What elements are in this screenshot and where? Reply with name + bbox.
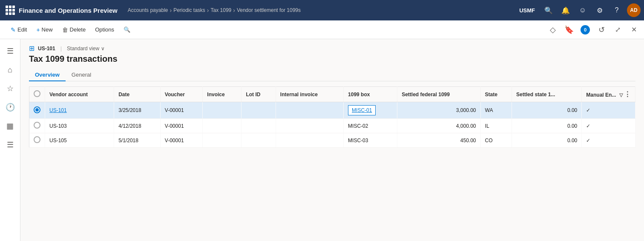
check-icon: ✓ — [586, 107, 590, 113]
new-label: New — [42, 26, 53, 33]
top-navigation-bar: Finance and Operations Preview Accounts … — [0, 0, 644, 20]
breadcrumb-periodic-tasks[interactable]: Periodic tasks — [173, 7, 205, 13]
row-select-radio[interactable] — [34, 106, 40, 113]
main-layout: ☰ ⌂ ☆ 🕐 ▦ ☰ ⊞ US-101 | Standard view ∨ T… — [0, 39, 644, 241]
bookmark-icon-btn[interactable]: 🔖 — [562, 23, 576, 37]
cell-voucher: V-00001 — [160, 133, 203, 148]
cell-vendor-account[interactable]: US-101 — [45, 102, 114, 119]
row-select-radio[interactable] — [34, 122, 40, 129]
cell-settled-federal: 450.00 — [397, 133, 480, 148]
smiley-icon-btn[interactable]: ☺ — [576, 3, 589, 17]
sidebar-list-icon[interactable]: ☰ — [2, 136, 19, 153]
cell-1099-box: MISC-02 — [344, 119, 397, 133]
notification-count: 0 — [581, 25, 590, 34]
top-right-controls: USMF 🔍 🔔 ☺ ⚙ ? AD — [519, 3, 641, 17]
cell-date: 4/12/2018 — [114, 119, 161, 133]
th-select-all[interactable] — [29, 87, 45, 102]
delete-icon: 🗑 — [62, 26, 68, 33]
edit-icon: ✎ — [11, 26, 16, 33]
close-icon-btn[interactable]: ✕ — [627, 23, 641, 37]
column-more-icon[interactable]: ⋮ — [624, 91, 631, 98]
edit-button[interactable]: ✎ Edit — [7, 24, 31, 35]
th-state: State — [480, 87, 512, 102]
select-all-radio[interactable] — [34, 90, 40, 97]
breadcrumb: Accounts payable › Periodic tasks › Tax … — [128, 7, 519, 14]
th-date: Date — [114, 87, 161, 102]
th-vendor-account: Vendor account — [45, 87, 114, 102]
cell-voucher: V-00001 — [160, 119, 203, 133]
breadcrumb-sep-2: › — [207, 7, 209, 14]
app-title: Finance and Operations Preview — [19, 7, 118, 14]
toolbar-right-controls: ◇ 🔖 0 ↺ ⤢ ✕ — [546, 23, 641, 37]
cell-invoice — [203, 102, 242, 119]
search-toolbar-btn[interactable]: 🔍 — [120, 24, 134, 35]
cell-lot-id — [242, 119, 276, 133]
table-row[interactable]: US-105 5/1/2018V-00001 MISC-03 450.00CO0… — [29, 133, 635, 148]
breadcrumb-sep-3: › — [233, 7, 235, 14]
content-header: ⊞ US-101 | Standard view ∨ — [29, 44, 635, 52]
tab-overview[interactable]: Overview — [29, 69, 66, 81]
cell-date: 3/25/2018 — [114, 102, 161, 119]
new-button[interactable]: + New — [32, 24, 56, 35]
options-button[interactable]: Options — [91, 24, 118, 35]
transactions-table: Vendor account Date Voucher Invoice Lot … — [29, 86, 635, 148]
cell-internal-invoice — [276, 119, 343, 133]
th-voucher: Voucher — [160, 87, 203, 102]
column-filter-icon[interactable]: ▽ — [619, 92, 623, 98]
sidebar-table-icon[interactable]: ▦ — [2, 118, 19, 135]
th-lot-id: Lot ID — [242, 87, 276, 102]
open-new-icon-btn[interactable]: ⤢ — [611, 23, 624, 37]
1099-box-value[interactable]: MISC-01 — [348, 105, 376, 115]
vendor-id-label: US-101 — [38, 46, 55, 52]
th-invoice: Invoice — [203, 87, 242, 102]
th-settled-federal: Settled federal 1099 — [397, 87, 480, 102]
check-icon: ✓ — [586, 123, 590, 129]
refresh-icon-btn[interactable]: ↺ — [595, 23, 608, 37]
sidebar-hamburger-icon[interactable]: ☰ — [2, 43, 19, 60]
settings-icon-btn[interactable]: ⚙ — [593, 3, 607, 17]
delete-button[interactable]: 🗑 Delete — [58, 24, 90, 35]
cell-settled-federal: 4,000.00 — [397, 119, 480, 133]
cell-manual-en: ✓ — [582, 102, 635, 119]
search-icon-btn[interactable]: 🔍 — [542, 3, 555, 17]
breadcrumb-tax-1099[interactable]: Tax 1099 — [211, 7, 232, 13]
app-grid-icon[interactable] — [3, 3, 17, 17]
breadcrumb-vendor-settlement[interactable]: Vendor settlement for 1099s — [237, 7, 301, 13]
cell-state: CO — [480, 133, 512, 148]
sidebar-clock-icon[interactable]: 🕐 — [2, 99, 19, 116]
view-selector[interactable]: Standard view ∨ — [67, 46, 105, 52]
row-radio-cell[interactable] — [29, 133, 45, 148]
cell-settled-state: 0.00 — [512, 119, 582, 133]
sidebar-home-icon[interactable]: ⌂ — [2, 61, 19, 78]
tab-general[interactable]: General — [66, 69, 97, 81]
cell-1099-box[interactable]: MISC-01 — [344, 102, 397, 119]
help-icon-btn[interactable]: ? — [610, 3, 624, 17]
cell-manual-en: ✓ — [582, 133, 635, 148]
edit-label: Edit — [17, 26, 27, 33]
bell-icon-btn[interactable]: 🔔 — [559, 3, 572, 17]
user-avatar[interactable]: AD — [627, 3, 641, 17]
cell-state: WA — [480, 102, 512, 119]
filter-icon[interactable]: ⊞ — [29, 44, 34, 52]
row-radio-cell[interactable] — [29, 102, 45, 119]
notification-badge-btn[interactable]: 0 — [578, 23, 592, 37]
toolbar-search-icon: 🔍 — [124, 26, 130, 33]
options-label: Options — [95, 26, 114, 33]
cell-state: IL — [480, 119, 512, 133]
table-row[interactable]: US-101 3/25/2018V-00001 MISC-01 3,000.00… — [29, 102, 635, 119]
table-row[interactable]: US-103 4/12/2018V-00001 MISC-02 4,000.00… — [29, 119, 635, 133]
row-radio-cell[interactable] — [29, 119, 45, 133]
check-icon: ✓ — [586, 138, 590, 143]
breadcrumb-accounts-payable[interactable]: Accounts payable — [128, 7, 168, 13]
cell-internal-invoice — [276, 102, 343, 119]
row-select-radio[interactable] — [34, 136, 40, 143]
delete-label: Delete — [70, 26, 86, 33]
page-title: Tax 1099 transactions — [29, 54, 635, 64]
left-sidebar: ☰ ⌂ ☆ 🕐 ▦ ☰ — [0, 39, 20, 241]
diamond-icon-btn[interactable]: ◇ — [546, 23, 560, 37]
cell-settled-state: 0.00 — [512, 133, 582, 148]
cell-internal-invoice — [276, 133, 343, 148]
entity-label: USMF — [519, 7, 535, 14]
cell-voucher: V-00001 — [160, 102, 203, 119]
sidebar-star-icon[interactable]: ☆ — [2, 80, 19, 97]
